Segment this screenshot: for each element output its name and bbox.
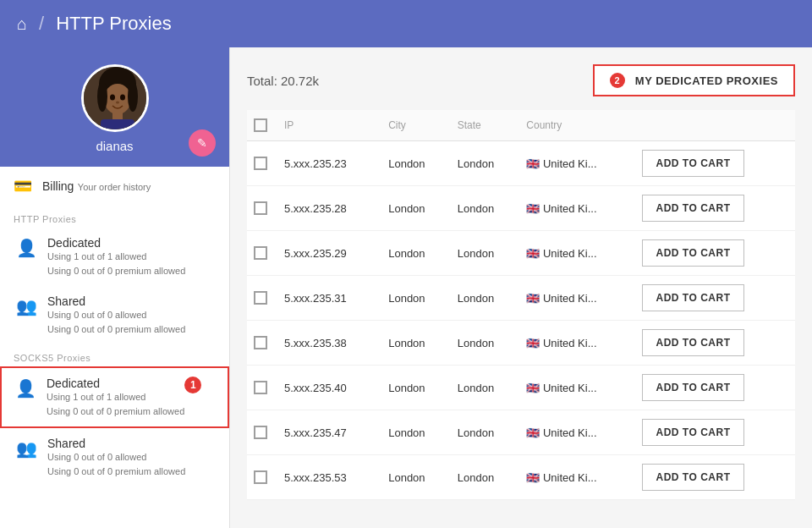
row-city-3: London xyxy=(381,276,451,321)
svg-point-6 xyxy=(128,81,138,112)
socks5-dedicated-line2: Using 0 out of 0 premium allowed xyxy=(47,404,184,419)
header-country: Country xyxy=(519,110,634,141)
row-state-6: London xyxy=(451,410,520,455)
group-icon-2: 👥 xyxy=(16,438,37,459)
add-to-cart-button-1[interactable]: ADD TO CART xyxy=(642,195,745,222)
row-checkbox-5[interactable] xyxy=(254,381,267,394)
row-action-6: ADD TO CART xyxy=(635,410,795,455)
separator: / xyxy=(39,13,44,35)
billing-icon: 💳 xyxy=(14,177,32,195)
row-action-1: ADD TO CART xyxy=(635,186,795,231)
add-to-cart-button-3[interactable]: ADD TO CART xyxy=(642,284,745,311)
row-checkbox-3[interactable] xyxy=(254,291,267,305)
row-state-0: London xyxy=(451,141,520,186)
table-row: 5.xxx.235.38 London London 🇬🇧 United Ki.… xyxy=(247,321,795,366)
add-to-cart-button-0[interactable]: ADD TO CART xyxy=(642,150,745,177)
user-section: dianas ✎ xyxy=(0,47,229,167)
svg-point-9 xyxy=(116,102,119,104)
header-action xyxy=(635,110,795,141)
add-to-cart-button-5[interactable]: ADD TO CART xyxy=(642,374,745,401)
row-ip-0: 5.xxx.235.23 xyxy=(277,141,381,186)
row-city-0: London xyxy=(381,141,451,186)
sidebar-item-http-dedicated[interactable]: 👤 Dedicated Using 1 out of 1 allowed Usi… xyxy=(0,228,229,286)
row-checkbox-7[interactable] xyxy=(254,470,267,484)
row-state-7: London xyxy=(451,455,520,500)
billing-subtitle: Your order history xyxy=(78,182,151,192)
table-row: 5.xxx.235.28 London London 🇬🇧 United Ki.… xyxy=(247,186,795,231)
username: dianas xyxy=(96,139,133,153)
row-state-4: London xyxy=(451,321,520,366)
row-ip-7: 5.xxx.235.53 xyxy=(277,455,381,500)
row-checkbox-0[interactable] xyxy=(254,157,267,170)
http-dedicated-title: Dedicated xyxy=(47,236,185,250)
row-state-1: London xyxy=(451,186,520,231)
my-dedicated-proxies-button[interactable]: 2 MY DEDICATED PROXIES xyxy=(593,64,795,96)
add-to-cart-button-2[interactable]: ADD TO CART xyxy=(642,239,745,267)
socks5-dedicated-badge: 1 xyxy=(184,377,201,393)
top-bar: ⌂ / HTTP Proxies xyxy=(0,0,812,47)
row-ip-5: 5.xxx.235.40 xyxy=(277,366,381,410)
avatar xyxy=(81,64,149,132)
http-dedicated-line2: Using 0 out of 0 premium allowed xyxy=(47,264,185,278)
row-city-5: London xyxy=(381,366,451,410)
table-header-row: IP City State Country xyxy=(247,110,795,141)
row-country-1: 🇬🇧 United Ki... xyxy=(519,186,634,231)
header-state: State xyxy=(451,110,520,141)
billing-title: Billing xyxy=(42,179,74,193)
row-checkbox-cell xyxy=(247,186,277,231)
table-row: 5.xxx.235.29 London London 🇬🇧 United Ki.… xyxy=(247,231,795,276)
svg-point-7 xyxy=(110,95,115,101)
table-row: 5.xxx.235.23 London London 🇬🇧 United Ki.… xyxy=(247,141,795,186)
http-dedicated-line1: Using 1 out of 1 allowed xyxy=(47,250,185,264)
http-shared-line1: Using 0 out of 0 allowed xyxy=(47,308,185,322)
row-checkbox-cell xyxy=(247,321,277,366)
row-ip-1: 5.xxx.235.28 xyxy=(277,186,381,231)
row-checkbox-cell xyxy=(247,231,277,276)
home-icon[interactable]: ⌂ xyxy=(17,14,27,34)
row-city-4: London xyxy=(381,321,451,366)
add-to-cart-button-4[interactable]: ADD TO CART xyxy=(642,329,745,356)
sidebar: dianas ✎ 💳 Billing Your order history HT… xyxy=(0,47,230,528)
top-bar-title: ⌂ / HTTP Proxies xyxy=(17,13,172,35)
http-shared-title: Shared xyxy=(47,294,185,308)
row-ip-3: 5.xxx.235.31 xyxy=(277,276,381,321)
add-to-cart-button-7[interactable]: ADD TO CART xyxy=(642,464,745,491)
group-icon: 👥 xyxy=(16,296,37,316)
row-country-2: 🇬🇧 United Ki... xyxy=(519,231,634,276)
http-shared-content: Shared Using 0 out of 0 allowed Using 0 … xyxy=(47,294,185,336)
row-checkbox-4[interactable] xyxy=(254,336,267,349)
row-checkbox-cell xyxy=(247,141,277,186)
row-action-2: ADD TO CART xyxy=(635,231,795,276)
person-icon: 👤 xyxy=(16,238,37,258)
my-dedicated-label: MY DEDICATED PROXIES xyxy=(635,74,778,87)
row-action-7: ADD TO CART xyxy=(635,455,795,500)
row-country-4: 🇬🇧 United Ki... xyxy=(519,321,634,366)
row-action-0: ADD TO CART xyxy=(635,141,795,186)
row-ip-4: 5.xxx.235.38 xyxy=(277,321,381,366)
edit-button[interactable]: ✎ xyxy=(189,129,216,157)
row-country-5: 🇬🇧 United Ki... xyxy=(519,366,634,410)
table-row: 5.xxx.235.53 London London 🇬🇧 United Ki.… xyxy=(247,455,795,500)
svg-point-2 xyxy=(104,84,131,114)
socks5-dedicated-title: Dedicated xyxy=(47,377,184,390)
sidebar-item-http-shared[interactable]: 👥 Shared Using 0 out of 0 allowed Using … xyxy=(0,286,229,344)
row-action-3: ADD TO CART xyxy=(635,276,795,321)
socks5-dedicated-line1: Using 1 out of 1 allowed xyxy=(47,390,184,404)
sidebar-item-billing[interactable]: 💳 Billing Your order history xyxy=(0,167,229,206)
svg-point-5 xyxy=(97,81,107,112)
row-action-4: ADD TO CART xyxy=(635,321,795,366)
row-ip-6: 5.xxx.235.47 xyxy=(277,410,381,455)
row-checkbox-6[interactable] xyxy=(254,426,267,439)
add-to-cart-button-6[interactable]: ADD TO CART xyxy=(642,419,745,446)
http-shared-line2: Using 0 out of 0 premium allowed xyxy=(47,322,185,337)
row-city-1: London xyxy=(381,186,451,231)
socks5-shared-line2: Using 0 out of 0 premium allowed xyxy=(47,465,185,479)
sidebar-item-socks5-dedicated[interactable]: 👤 Dedicated Using 1 out of 1 allowed Usi… xyxy=(0,366,229,428)
row-country-6: 🇬🇧 United Ki... xyxy=(519,410,634,455)
row-checkbox-cell xyxy=(247,455,277,500)
sidebar-item-socks5-shared[interactable]: 👥 Shared Using 0 out of 0 allowed Using … xyxy=(0,428,229,487)
billing-content: Billing Your order history xyxy=(42,179,151,194)
row-checkbox-2[interactable] xyxy=(254,246,267,260)
row-checkbox-1[interactable] xyxy=(254,201,267,215)
select-all-checkbox[interactable] xyxy=(254,118,267,132)
